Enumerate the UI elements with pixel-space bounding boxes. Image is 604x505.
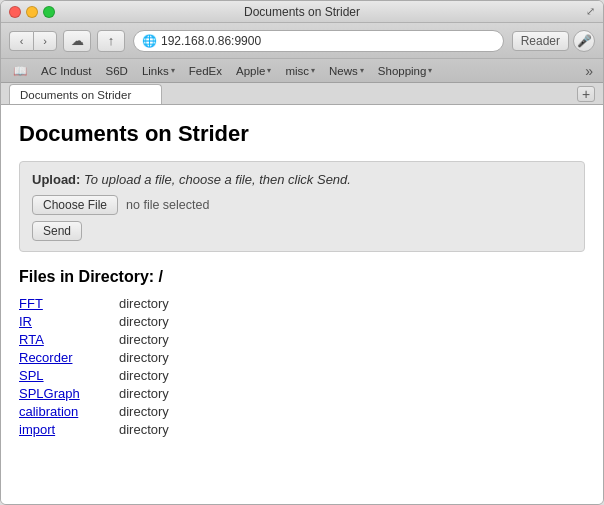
bookmark-shopping[interactable]: Shopping ▾ — [372, 63, 439, 79]
expand-icon[interactable]: ⤢ — [586, 5, 595, 18]
reader-button[interactable]: Reader — [512, 31, 569, 51]
file-link[interactable]: Recorder — [19, 350, 109, 365]
bookmarks-more-icon[interactable]: » — [581, 63, 597, 79]
file-link[interactable]: SPL — [19, 368, 109, 383]
file-link[interactable]: SPLGraph — [19, 386, 109, 401]
active-tab[interactable]: Documents on Strider — [9, 84, 162, 104]
nav-buttons: ‹ › — [9, 31, 57, 51]
list-item: SPLdirectory — [19, 368, 585, 383]
apple-arrow-icon: ▾ — [267, 66, 271, 75]
bookmark-misc[interactable]: misc ▾ — [279, 63, 321, 79]
share-icon[interactable]: ↑ — [97, 30, 125, 52]
bookmark-s6d[interactable]: S6D — [100, 63, 134, 79]
choose-file-button[interactable]: Choose File — [32, 195, 118, 215]
page-heading: Documents on Strider — [19, 121, 585, 147]
file-type-label: directory — [119, 422, 169, 437]
maximize-button[interactable] — [43, 6, 55, 18]
window-title: Documents on Strider — [244, 5, 360, 19]
file-list: FFTdirectoryIRdirectoryRTAdirectoryRecor… — [19, 296, 585, 437]
list-item: Recorderdirectory — [19, 350, 585, 365]
bookmark-news[interactable]: News ▾ — [323, 63, 370, 79]
file-type-label: directory — [119, 386, 169, 401]
file-link[interactable]: FFT — [19, 296, 109, 311]
browser-window: Documents on Strider ⤢ ‹ › ☁ ↑ 🌐 Reader … — [0, 0, 604, 505]
globe-icon: 🌐 — [142, 34, 157, 48]
bookmark-ac-indust[interactable]: AC Indust — [35, 63, 98, 79]
list-item: RTAdirectory — [19, 332, 585, 347]
address-bar[interactable]: 🌐 — [133, 30, 504, 52]
bookmark-fedex[interactable]: FedEx — [183, 63, 228, 79]
links-arrow-icon: ▾ — [171, 66, 175, 75]
list-item: calibrationdirectory — [19, 404, 585, 419]
cloud-icon[interactable]: ☁ — [63, 30, 91, 52]
shopping-arrow-icon: ▾ — [428, 66, 432, 75]
tab-bar: Documents on Strider + — [1, 83, 603, 105]
new-tab-button[interactable]: + — [577, 86, 595, 102]
file-link[interactable]: IR — [19, 314, 109, 329]
upload-instruction: Upload: To upload a file, choose a file,… — [32, 172, 572, 187]
title-bar: Documents on Strider ⤢ — [1, 1, 603, 23]
news-arrow-icon: ▾ — [360, 66, 364, 75]
close-button[interactable] — [9, 6, 21, 18]
file-input-row: Choose File no file selected — [32, 195, 572, 215]
bookmark-links[interactable]: Links ▾ — [136, 63, 181, 79]
browser-toolbar: ‹ › ☁ ↑ 🌐 Reader 🎤 — [1, 23, 603, 59]
file-type-label: directory — [119, 296, 169, 311]
upload-box: Upload: To upload a file, choose a file,… — [19, 161, 585, 252]
file-link[interactable]: import — [19, 422, 109, 437]
list-item: SPLGraphdirectory — [19, 386, 585, 401]
files-heading: Files in Directory: / — [19, 268, 585, 286]
file-type-label: directory — [119, 404, 169, 419]
forward-button[interactable]: › — [33, 31, 57, 51]
misc-arrow-icon: ▾ — [311, 66, 315, 75]
tab-label: Documents on Strider — [20, 89, 131, 101]
file-type-label: directory — [119, 314, 169, 329]
minimize-button[interactable] — [26, 6, 38, 18]
bookmarks-bar: 📖 AC Indust S6D Links ▾ FedEx Apple ▾ mi… — [1, 59, 603, 83]
upload-label-italic: To upload a file, choose a file, then cl… — [84, 172, 351, 187]
send-button[interactable]: Send — [32, 221, 82, 241]
no-file-label: no file selected — [126, 198, 209, 212]
list-item: FFTdirectory — [19, 296, 585, 311]
file-type-label: directory — [119, 368, 169, 383]
file-link[interactable]: RTA — [19, 332, 109, 347]
microphone-button[interactable]: 🎤 — [573, 30, 595, 52]
list-item: importdirectory — [19, 422, 585, 437]
file-link[interactable]: calibration — [19, 404, 109, 419]
page-content: Documents on Strider Upload: To upload a… — [1, 105, 603, 504]
traffic-lights — [9, 6, 55, 18]
upload-label-bold: Upload: — [32, 172, 80, 187]
list-item: IRdirectory — [19, 314, 585, 329]
bookmark-apple[interactable]: Apple ▾ — [230, 63, 277, 79]
file-type-label: directory — [119, 332, 169, 347]
address-input[interactable] — [161, 34, 495, 48]
back-button[interactable]: ‹ — [9, 31, 33, 51]
file-type-label: directory — [119, 350, 169, 365]
bookmark-reading-list[interactable]: 📖 — [7, 62, 33, 80]
